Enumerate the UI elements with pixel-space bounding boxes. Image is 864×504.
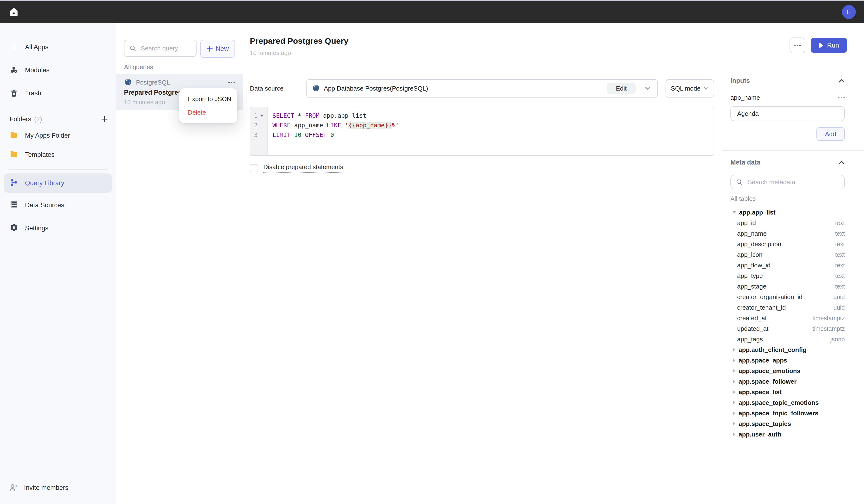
field-name: created_at bbox=[737, 314, 767, 322]
field-row[interactable]: app_typetext bbox=[730, 271, 845, 281]
chevron-up-icon[interactable] bbox=[839, 79, 845, 83]
caret-right-icon bbox=[733, 380, 735, 383]
sidebar-item-label: Modules bbox=[25, 67, 49, 74]
chevron-up-icon[interactable] bbox=[839, 160, 845, 165]
code-line[interactable]: LIMIT 10 OFFSET 0 bbox=[273, 130, 713, 140]
avatar[interactable]: F bbox=[842, 5, 856, 19]
table-row-collapsed[interactable]: app.space_topic_emotions bbox=[730, 397, 845, 408]
table-row-collapsed[interactable]: app.auth_client_config bbox=[730, 345, 845, 355]
delete-menu-item[interactable]: Delete bbox=[179, 106, 237, 119]
field-name: app_name bbox=[737, 230, 767, 237]
sidebar-item-label: Data Sources bbox=[25, 202, 64, 209]
invite-user-icon bbox=[9, 483, 18, 492]
field-name: app_stage bbox=[737, 283, 766, 290]
query-search-input[interactable] bbox=[140, 44, 191, 52]
code-line[interactable]: WHERE app_name LIKE '{{app_name}}%' bbox=[273, 121, 713, 130]
line-number: 3 bbox=[250, 130, 267, 140]
field-type: text bbox=[835, 273, 845, 279]
field-row[interactable]: app_stagetext bbox=[730, 281, 845, 292]
sidebar-divider bbox=[9, 106, 107, 106]
edit-data-source-button[interactable]: Edit bbox=[607, 83, 636, 94]
sidebar-item-query-library[interactable]: Query Library bbox=[4, 173, 112, 193]
caret-right-icon bbox=[733, 432, 735, 436]
table-row-collapsed[interactable]: app.space_list bbox=[730, 387, 845, 397]
field-type: text bbox=[835, 262, 845, 269]
caret-right-icon bbox=[733, 411, 735, 415]
sidebar-item-trash[interactable]: Trash bbox=[0, 83, 116, 104]
disable-prepared-statements-checkbox[interactable] bbox=[250, 164, 258, 172]
sql-mode-label: SQL mode bbox=[671, 85, 700, 92]
sidebar-item-modules[interactable]: Modules bbox=[0, 60, 116, 81]
sql-code-editor[interactable]: 123 SELECT * FROM app.app_listWHERE app_… bbox=[250, 107, 714, 156]
sidebar-folder-templates[interactable]: Templates bbox=[0, 145, 116, 164]
run-button[interactable]: Run bbox=[811, 38, 847, 53]
field-row[interactable]: app_icontext bbox=[730, 249, 845, 260]
sidebar-item-data-sources[interactable]: Data Sources bbox=[0, 195, 116, 216]
input-param-menu-button[interactable] bbox=[838, 97, 845, 98]
export-to-json-menu-item[interactable]: Export to JSON bbox=[179, 92, 237, 106]
metadata-search-box[interactable] bbox=[730, 175, 845, 189]
field-row[interactable]: creator_tenant_iduuid bbox=[730, 302, 845, 313]
invite-members-button[interactable]: Invite members bbox=[0, 478, 116, 497]
sidebar-divider bbox=[9, 169, 107, 170]
field-name: app_description bbox=[737, 240, 781, 248]
field-type: uuid bbox=[833, 293, 845, 301]
chevron-down-icon[interactable] bbox=[645, 86, 651, 90]
field-row[interactable]: app_idtext bbox=[730, 218, 845, 228]
table-name: app.space_list bbox=[739, 388, 782, 396]
sidebar-item-all-apps[interactable]: All Apps bbox=[0, 37, 116, 58]
sql-mode-select[interactable]: SQL mode bbox=[665, 79, 714, 97]
caret-down-icon bbox=[732, 211, 736, 214]
data-source-value: App Database Postgres(PostgreSQL) bbox=[324, 85, 428, 92]
table-row-expanded[interactable]: app.app_list bbox=[730, 207, 845, 218]
query-context-menu: Export to JSON Delete bbox=[179, 88, 237, 123]
sidebar-item-label: All Apps bbox=[25, 44, 49, 51]
field-row[interactable]: created_attimestamptz bbox=[730, 313, 845, 323]
field-row[interactable]: app_nametext bbox=[730, 228, 845, 239]
editor-gutter: 123 bbox=[250, 107, 268, 155]
caret-right-icon bbox=[733, 422, 735, 426]
data-source-label: Data source bbox=[250, 85, 306, 92]
field-name: app_icon bbox=[737, 251, 763, 259]
field-row[interactable]: updated_attimestamptz bbox=[730, 323, 845, 334]
caret-right-icon bbox=[733, 369, 735, 373]
table-row-collapsed[interactable]: app.space_topics bbox=[730, 419, 845, 429]
code-line[interactable]: SELECT * FROM app.app_list bbox=[273, 111, 713, 121]
field-type: text bbox=[835, 283, 845, 290]
new-query-button[interactable]: New bbox=[200, 40, 235, 58]
sidebar-item-settings[interactable]: Settings bbox=[0, 218, 116, 239]
add-folder-icon[interactable] bbox=[101, 116, 108, 123]
collapsed-table-list: app.auth_client_configapp.space_appsapp.… bbox=[730, 345, 845, 440]
home-icon[interactable] bbox=[8, 7, 19, 17]
field-type: text bbox=[835, 219, 845, 227]
caret-right-icon bbox=[733, 348, 735, 352]
field-row[interactable]: app_descriptiontext bbox=[730, 239, 845, 249]
field-row[interactable]: app_flow_idtext bbox=[730, 260, 845, 271]
table-name: app.space_emotions bbox=[739, 367, 800, 375]
table-row-collapsed[interactable]: app.space_follower bbox=[730, 376, 845, 387]
all-queries-label: All queries bbox=[124, 63, 235, 71]
field-row[interactable]: creator_organisation_iduuid bbox=[730, 292, 845, 302]
table-row-collapsed[interactable]: app.space_topic_followers bbox=[730, 408, 845, 419]
query-search-box[interactable] bbox=[124, 40, 196, 57]
metadata-search-input[interactable] bbox=[747, 178, 840, 187]
editor-code[interactable]: SELECT * FROM app.app_listWHERE app_name… bbox=[268, 107, 713, 155]
new-query-label: New bbox=[216, 45, 229, 52]
sidebar-folder-my-apps[interactable]: My Apps Folder bbox=[0, 126, 116, 145]
add-input-button[interactable]: Add bbox=[816, 127, 845, 141]
data-source-select[interactable]: App Database Postgres(PostgreSQL) Edit bbox=[306, 79, 658, 97]
sidebar-item-label: Settings bbox=[25, 225, 49, 232]
table-row-collapsed[interactable]: app.space_apps bbox=[730, 355, 845, 365]
fold-caret-icon[interactable] bbox=[260, 115, 264, 117]
chevron-down-icon bbox=[704, 87, 709, 90]
folders-header: Folders (2) bbox=[0, 112, 116, 126]
field-row[interactable]: app_tagsjsonb bbox=[730, 334, 845, 345]
play-icon bbox=[819, 43, 823, 48]
query-item-menu-button[interactable] bbox=[228, 82, 235, 83]
home-outline-icon bbox=[10, 43, 18, 51]
table-row-collapsed[interactable]: app.space_emotions bbox=[730, 365, 845, 376]
more-options-button[interactable] bbox=[790, 37, 805, 53]
input-param-value-field[interactable] bbox=[730, 106, 845, 121]
table-row-collapsed[interactable]: app.user_auth bbox=[730, 429, 845, 440]
field-type: text bbox=[835, 251, 845, 258]
